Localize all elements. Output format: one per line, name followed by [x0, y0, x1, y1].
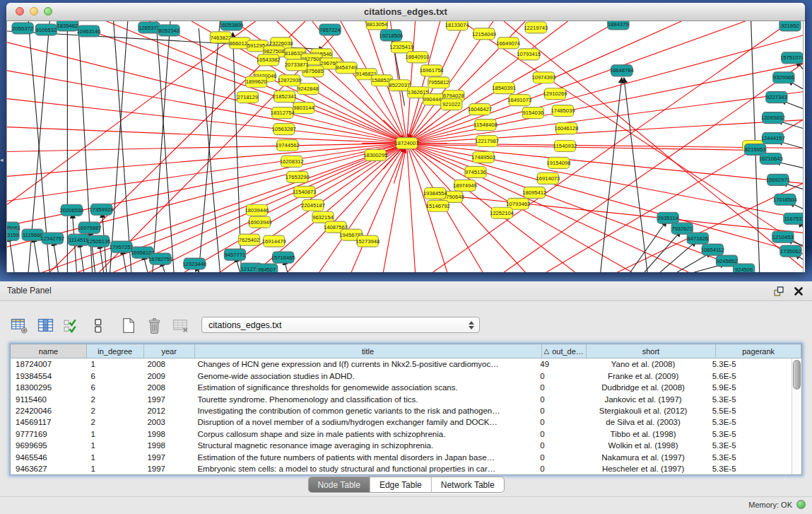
graph-node[interactable]: 19744562: [276, 140, 300, 151]
graph-node[interactable]: 11540873: [293, 186, 316, 197]
graph-node[interactable]: 18300295: [363, 149, 387, 160]
graph-node[interactable]: 8052340: [158, 25, 180, 36]
table-row[interactable]: 969969511998Structural magnetic resonanc…: [11, 440, 792, 451]
column-header-pagerank[interactable]: pagerank: [716, 344, 801, 358]
graph-node[interactable]: 15751074: [780, 52, 803, 64]
row-height-button[interactable]: [88, 316, 107, 334]
graph-node[interactable]: 10793415: [517, 49, 541, 60]
graph-node[interactable]: 18640910: [406, 52, 430, 63]
graph-node[interactable]: 7463822: [210, 32, 231, 43]
graph-node[interactable]: 12505135: [87, 235, 111, 247]
graph-node[interactable]: 15718485: [271, 252, 295, 263]
graph-node[interactable]: 9242848: [298, 83, 319, 95]
graph-node[interactable]: 12219743: [524, 22, 548, 33]
graph-node[interactable]: 7857224: [319, 24, 341, 35]
graph-node[interactable]: 12444157: [761, 133, 785, 144]
table-row[interactable]: 911546021997Tourette syndrome. Phenomeno…: [11, 393, 792, 404]
graph-node[interactable]: 18312754: [271, 107, 295, 119]
graph-node[interactable]: 16961758: [420, 65, 444, 76]
graph-node[interactable]: 17016504: [773, 194, 797, 205]
table-row[interactable]: 946362711997Embryonic stem cells: a mode…: [11, 463, 792, 474]
graph-node[interactable]: 12323448: [182, 258, 206, 269]
graph-node[interactable]: 12342757: [40, 233, 64, 244]
graph-node[interactable]: 12872939: [278, 75, 302, 86]
graph-node[interactable]: 16782759: [148, 253, 172, 264]
delete-table-button-disabled[interactable]: [171, 316, 189, 334]
graph-node[interactable]: 12093832: [761, 112, 785, 124]
table-row[interactable]: 977716911998Corpus callosum shape and si…: [11, 428, 792, 440]
graph-node[interactable]: 11540932: [553, 141, 577, 152]
graph-node[interactable]: 16648784: [610, 65, 634, 76]
graph-node[interactable]: 17957253: [110, 241, 134, 252]
west-panel-collapse-arrow[interactable]: ◂: [0, 157, 4, 163]
table-settings-button[interactable]: [10, 316, 28, 334]
column-header-out_de[interactable]: △out_de…: [542, 344, 587, 358]
graph-node[interactable]: 16903949: [248, 216, 272, 228]
tab-network-table[interactable]: Network Table: [432, 477, 504, 492]
table-row[interactable]: 2242004622012Investigating the contribut…: [11, 405, 792, 416]
graph-node[interactable]: 9457771: [224, 249, 245, 260]
delete-column-button[interactable]: [145, 316, 163, 334]
graph-node[interactable]: 18039446: [245, 204, 269, 216]
graph-node[interactable]: 20733871: [285, 59, 309, 71]
graph-node[interactable]: 17653290: [286, 171, 310, 182]
graph-node[interactable]: 18095412: [522, 187, 546, 198]
graph-node[interactable]: 1735062: [780, 245, 801, 257]
graph-node[interactable]: 17359928: [90, 204, 114, 215]
table-row[interactable]: 1872400712008Changes of HCN gene express…: [11, 358, 792, 370]
graph-node[interactable]: 1210453: [772, 231, 794, 243]
graph-node[interactable]: 8471626: [687, 233, 708, 244]
table-selector-dropdown[interactable]: citations_edges.txt: [201, 317, 480, 333]
graph-node[interactable]: 9803144: [293, 103, 314, 114]
graph-node[interactable]: 16053809: [219, 21, 243, 30]
graph-node[interactable]: 15692971: [766, 174, 790, 185]
graph-node[interactable]: 12217987: [475, 136, 499, 147]
graph-node[interactable]: 22045187: [301, 199, 325, 211]
graph-node[interactable]: 10563287: [272, 124, 296, 135]
graph-node[interactable]: 16491073: [507, 95, 531, 106]
graph-node[interactable]: 9745136: [465, 166, 486, 177]
graph-node[interactable]: 18974949: [453, 180, 477, 191]
new-column-button[interactable]: [119, 316, 137, 334]
graph-node[interactable]: 9106532: [35, 24, 57, 35]
graph-node[interactable]: 21852341: [273, 91, 297, 103]
graph-node[interactable]: 7625402: [238, 234, 259, 245]
column-header-name[interactable]: name: [11, 344, 87, 358]
graph-node[interactable]: 12910269: [543, 88, 567, 100]
graph-node[interactable]: 12252104: [490, 207, 514, 218]
graph-node[interactable]: 16649074: [496, 37, 520, 49]
table-scrollbar[interactable]: [792, 358, 801, 474]
select-column-button[interactable]: [36, 316, 54, 334]
graph-node[interactable]: 9227343: [766, 92, 787, 103]
table-row[interactable]: 1938455462009Genome-wide association stu…: [11, 370, 792, 381]
graph-node[interactable]: 16914479: [262, 235, 286, 247]
table-row[interactable]: 1456911722003Disruption of a novel membe…: [11, 416, 792, 428]
graph-node[interactable]: 8454749: [336, 62, 357, 74]
graph-node[interactable]: 10654112: [701, 244, 724, 255]
graph-node[interactable]: 12154049: [472, 28, 496, 40]
graph-node[interactable]: 10974393: [531, 72, 555, 83]
graph-node[interactable]: 18540391: [492, 83, 516, 94]
column-header-short[interactable]: short: [587, 344, 717, 358]
graph-node[interactable]: 1167533: [784, 213, 803, 224]
tab-edge-table[interactable]: Edge Table: [370, 477, 432, 492]
graph-node[interactable]: 7955812: [428, 77, 449, 88]
graph-node[interactable]: 1899620: [245, 76, 266, 88]
graph-node[interactable]: 17489503: [471, 151, 495, 163]
graph-node[interactable]: 921652: [779, 21, 801, 31]
graph-node[interactable]: 9329966: [773, 72, 794, 83]
graph-node[interactable]: 16208312: [280, 156, 304, 167]
graph-node[interactable]: 9154036: [522, 107, 543, 119]
table-row[interactable]: 1830029562008Estimation of significance …: [11, 382, 792, 393]
graph-node[interactable]: 1835462: [57, 21, 78, 31]
column-header-in_degree[interactable]: in_degree: [87, 344, 144, 358]
graph-node[interactable]: 11548408: [473, 119, 497, 131]
citation-network-graph[interactable]: 7463822866012859129542322603898275088186…: [7, 21, 803, 272]
graph-node[interactable]: 18724007: [395, 138, 419, 149]
graph-node[interactable]: 1265372: [139, 22, 160, 33]
graph-node[interactable]: 2055372: [12, 23, 33, 34]
graph-node[interactable]: 15273948: [355, 235, 379, 247]
graph-node[interactable]: 19218506: [379, 30, 403, 41]
graph-node[interactable]: 2935114: [657, 212, 678, 223]
close-panel-button[interactable]: [792, 285, 805, 298]
